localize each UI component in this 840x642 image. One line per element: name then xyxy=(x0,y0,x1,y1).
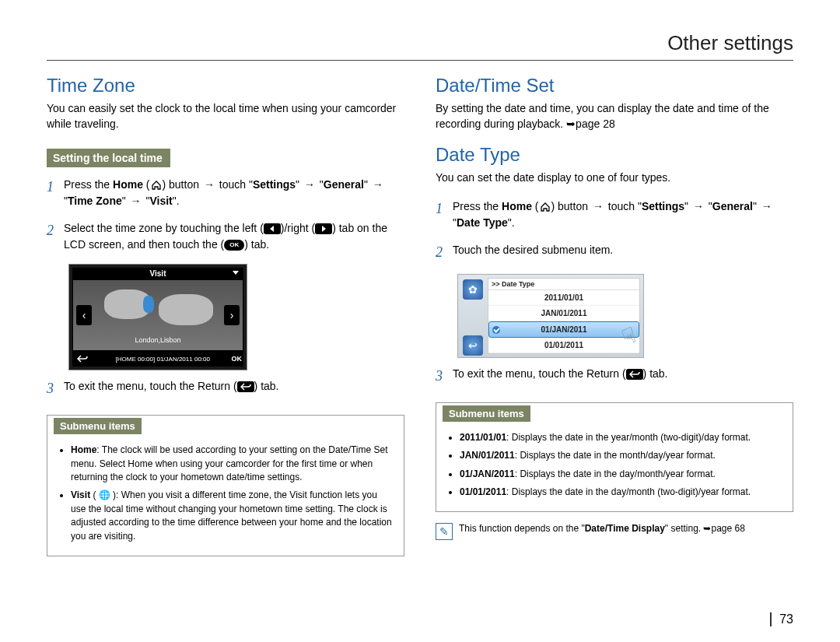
section-date-type: Date Type xyxy=(436,144,793,166)
two-column-layout: Time Zone You can easily set the clock t… xyxy=(47,75,793,556)
step-number: 1 xyxy=(47,177,64,198)
return-icon xyxy=(74,353,91,364)
list-item: 01/JAN/2011: Displays the date in the da… xyxy=(460,468,783,481)
list-item: 2011/01/01 xyxy=(488,290,639,306)
steps-time-zone: 1 Press the Home () button → touch "Sett… xyxy=(47,177,404,253)
step-3: 3 To exit the menu, touch the Return () … xyxy=(436,366,793,387)
step-2: 2 Select the time zone by touching the l… xyxy=(47,220,404,253)
list-item: JAN/01/2011 xyxy=(488,306,639,321)
page-header: Other settings xyxy=(47,31,793,61)
submenu-head: Submenu items xyxy=(443,405,530,422)
ok-icon: OK xyxy=(224,240,244,251)
lcd-bottom-bar: [HOME 00:00] 01/JAN/2011 00:00 OK xyxy=(72,351,243,367)
note-text: This function depends on the "Date/Time … xyxy=(459,523,745,534)
list-item: 01/01/2011 xyxy=(488,338,639,353)
gear-icon: ✿ xyxy=(463,279,483,300)
home-icon xyxy=(150,179,163,191)
right-tab-icon xyxy=(315,223,332,234)
step-number: 3 xyxy=(47,378,64,399)
step-number: 2 xyxy=(436,242,453,263)
return-icon xyxy=(626,369,643,380)
date-time-lead: By setting the date and time, you can di… xyxy=(436,101,793,132)
list-item-selected: 01/JAN/2011 xyxy=(488,321,639,338)
step-text: Press the Home () button → touch "Settin… xyxy=(453,198,793,231)
step-number: 3 xyxy=(436,366,453,387)
lcd-visit-screenshot: Visit ‹ › London,Lisbon [HOME 00:00] 01/… xyxy=(68,264,247,370)
return-icon xyxy=(237,381,254,392)
right-column: Date/Time Set By setting the date and ti… xyxy=(436,75,793,556)
manual-page: Other settings Time Zone You can easily … xyxy=(0,0,840,642)
steps-time-zone-cont: 3 To exit the menu, touch the Return () … xyxy=(47,378,404,399)
submenu-box-right: Submenu items 2011/01/01: Displays the d… xyxy=(436,402,793,513)
lcd-title: Visit xyxy=(72,268,243,279)
return-icon: ↩ xyxy=(463,335,483,356)
step-3: 3 To exit the menu, touch the Return () … xyxy=(47,378,404,399)
step-text: To exit the menu, touch the Return () ta… xyxy=(453,366,793,382)
list-title: >> Date Type xyxy=(488,279,639,290)
step-1: 1 Press the Home () button → touch "Sett… xyxy=(436,198,793,231)
steps-date-type-cont: 3 To exit the menu, touch the Return () … xyxy=(436,366,793,387)
step-text: Press the Home () button → touch "Settin… xyxy=(64,177,404,209)
lcd-side-buttons: ✿ ↩ xyxy=(463,279,483,391)
page-number: 73 xyxy=(770,612,793,626)
page-title: Other settings xyxy=(47,31,793,55)
steps-date-type: 1 Press the Home () button → touch "Sett… xyxy=(436,198,793,263)
submenu-box-left: Submenu items Home: The clock will be us… xyxy=(47,415,404,556)
date-type-list: >> Date Type 2011/01/01 JAN/01/2011 01/J… xyxy=(488,278,640,354)
list-item: 2011/01/01: Displays the date in the yea… xyxy=(460,431,783,444)
home-icon xyxy=(539,201,551,213)
step-text: Touch the desired submenu item. xyxy=(453,242,793,258)
lcd-date-type-screenshot: ✿ ↩ >> Date Type 2011/01/01 JAN/01/2011 … xyxy=(457,274,644,358)
step-number: 1 xyxy=(436,198,453,219)
submenu-list: Home: The clock will be used according t… xyxy=(57,444,394,543)
time-zone-lead: You can easily set the clock to the loca… xyxy=(47,101,404,132)
step-number: 2 xyxy=(47,220,64,241)
left-tab-icon xyxy=(264,223,281,234)
list-item: JAN/01/2011: Displays the date in the mo… xyxy=(460,449,783,462)
nav-right-icon: › xyxy=(224,305,240,325)
ok-label: OK xyxy=(232,355,243,363)
step-1: 1 Press the Home () button → touch "Sett… xyxy=(47,177,404,209)
note-row: ✎ This function depends on the "Date/Tim… xyxy=(436,523,793,540)
city-label: London,Lisbon xyxy=(73,336,243,344)
step-text: Select the time zone by touching the lef… xyxy=(64,220,404,253)
submenu-head: Submenu items xyxy=(54,418,142,434)
step-2: 2 Touch the desired submenu item. xyxy=(436,242,793,263)
sub-heading-local-time: Setting the local time xyxy=(47,149,170,167)
list-item: Home: The clock will be used according t… xyxy=(71,444,394,484)
step-text: To exit the menu, touch the Return () ta… xyxy=(64,378,404,395)
note-icon: ✎ xyxy=(436,523,453,540)
world-map: ‹ › London,Lisbon xyxy=(72,279,243,351)
list-item: 01/01/2011: Displays the date in the day… xyxy=(460,486,783,499)
submenu-list: 2011/01/01: Displays the date in the yea… xyxy=(446,431,783,500)
date-type-lead: You can set the date display to one of f… xyxy=(436,170,793,186)
section-time-zone: Time Zone xyxy=(47,75,404,96)
section-date-time-set: Date/Time Set xyxy=(436,75,793,96)
nav-left-icon: ‹ xyxy=(76,305,92,325)
list-item: Visit ( 🌐 ): When you visit a different … xyxy=(71,489,394,543)
left-column: Time Zone You can easily set the clock t… xyxy=(47,75,404,556)
